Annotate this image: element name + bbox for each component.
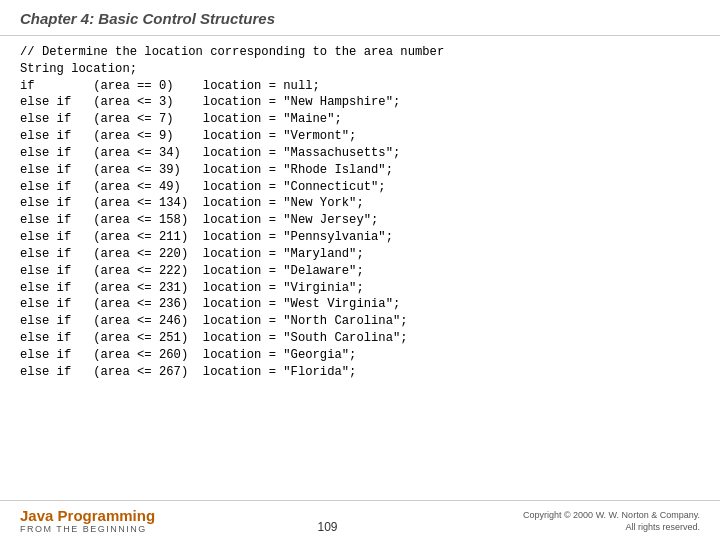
- copyright-line1: Copyright © 2000 W. W. Norton & Company.: [523, 510, 700, 520]
- code-block: // Determine the location corresponding …: [0, 36, 720, 389]
- brand-name: Java Programming: [20, 507, 155, 524]
- copyright-text: Copyright © 2000 W. W. Norton & Company.…: [500, 509, 700, 534]
- brand-subtitle: FROM THE BEGINNING: [20, 524, 155, 534]
- page-number: 109: [155, 520, 500, 534]
- chapter-title: Chapter 4: Basic Control Structures: [0, 0, 720, 36]
- footer: Java Programming FROM THE BEGINNING 109 …: [0, 500, 720, 540]
- copyright-line2: All rights reserved.: [625, 522, 700, 532]
- footer-brand-block: Java Programming FROM THE BEGINNING: [20, 507, 155, 534]
